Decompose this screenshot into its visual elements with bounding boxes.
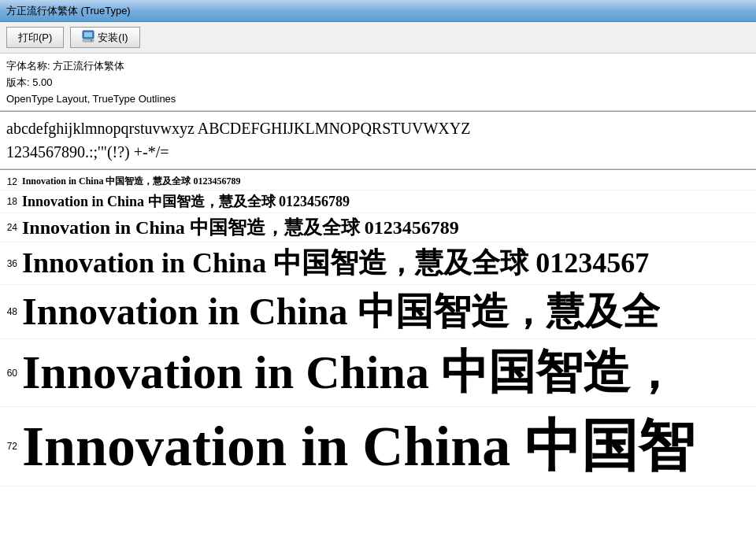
- sample-text: Innovation in China 中国智造，: [22, 341, 677, 405]
- sample-text: Innovation in China 中国智造，慧及全: [22, 287, 660, 337]
- window-title: 方正流行体繁体 (TrueType): [6, 4, 131, 18]
- sample-text: Innovation in China 中国智造，慧及全球 0123456789: [22, 215, 459, 240]
- sample-text: Innovation in China 中国智造，慧及全球 01234567: [22, 244, 649, 283]
- install-button[interactable]: 安装(I): [70, 27, 139, 48]
- sample-size-label: 36: [0, 258, 22, 269]
- install-label: 安装(I): [98, 31, 128, 45]
- sample-row: 72Innovation in China 中国智: [0, 407, 756, 486]
- sample-row: 18Innovation in China 中国智造，慧及全球 01234567…: [0, 190, 756, 213]
- toolbar: 打印(P) 安装(I): [0, 22, 756, 54]
- char-row-2: 1234567890.:;'"(!?) +-*/=: [6, 140, 750, 164]
- sample-text: Innovation in China 中国智造，慧及全球 0123456789: [22, 175, 240, 188]
- sample-text: Innovation in China 中国智: [22, 409, 695, 484]
- sample-size-label: 48: [0, 306, 22, 317]
- sample-text: Innovation in China 中国智造，慧及全球 0123456789: [22, 192, 350, 211]
- char-row-1: abcdefghijklmnopqrstuvwxyz ABCDEFGHIJKLM…: [6, 116, 750, 140]
- sample-size-label: 60: [0, 368, 22, 379]
- svg-point-3: [91, 40, 92, 42]
- sample-row: 12Innovation in China 中国智造，慧及全球 01234567…: [0, 173, 756, 190]
- samples-section: 12Innovation in China 中国智造，慧及全球 01234567…: [0, 170, 756, 486]
- sample-row: 60Innovation in China 中国智造，: [0, 339, 756, 407]
- char-preview: abcdefghijklmnopqrstuvwxyz ABCDEFGHIJKLM…: [0, 112, 756, 169]
- type-info: OpenType Layout, TrueType Outlines: [6, 91, 750, 108]
- sample-size-label: 72: [0, 441, 22, 452]
- svg-rect-1: [84, 32, 92, 37]
- version-info: 版本: 5.00: [6, 75, 750, 91]
- sample-size-label: 18: [0, 196, 22, 207]
- sample-row: 24Innovation in China 中国智造，慧及全球 01234567…: [0, 213, 756, 242]
- title-bar: 方正流行体繁体 (TrueType): [0, 0, 756, 22]
- sample-size-label: 12: [0, 176, 22, 187]
- sample-size-label: 24: [0, 222, 22, 233]
- install-icon: [82, 30, 94, 45]
- print-button[interactable]: 打印(P): [6, 27, 64, 48]
- info-section: 字体名称: 方正流行体繁体 版本: 5.00 OpenType Layout, …: [0, 54, 756, 111]
- font-name-info: 字体名称: 方正流行体繁体: [6, 58, 750, 75]
- sample-row: 48Innovation in China 中国智造，慧及全: [0, 285, 756, 339]
- sample-row: 36Innovation in China 中国智造，慧及全球 01234567: [0, 242, 756, 285]
